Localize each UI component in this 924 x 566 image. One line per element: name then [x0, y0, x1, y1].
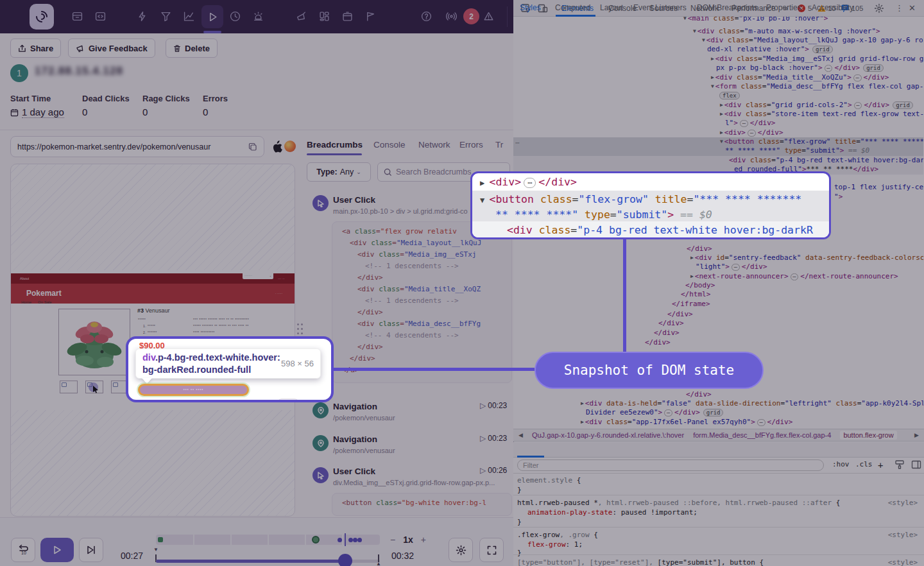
code-line: ▼ <button class="flex-grow" title="*** *… — [472, 193, 829, 209]
page-small-button — [277, 399, 299, 402]
dim-overlay — [0, 0, 924, 566]
annotation-connector-vertical — [623, 238, 626, 353]
tooltip-arrow — [142, 378, 152, 384]
screen: 2 Share Give Feedback Delete 1 172.88.15… — [0, 0, 924, 566]
dom-snapshot-magnifier: ▶ <div>⋯</div>▼ <button class="flex-grow… — [470, 171, 831, 239]
code-line: ▶ <div>⋯</div> — [472, 176, 829, 191]
inspect-tooltip: div.p-4.bg-red.text-white.hover:bg-darkR… — [135, 348, 321, 379]
annotation-connector-horizontal — [334, 368, 535, 371]
annotation-label: Snapshot of DOM state — [564, 363, 735, 378]
code-line: <div class="p-4 bg-red text-white hover:… — [472, 224, 829, 239]
highlighted-button[interactable]: *** ** **** — [138, 384, 249, 396]
annotation-pill: Snapshot of DOM state — [535, 352, 764, 389]
tooltip-selector-classes: .p-4.bg-red.text-white.hover:bg-darkRed.… — [142, 352, 280, 374]
tooltip-dimensions: 598 × 56 — [281, 359, 314, 368]
magnified-code: ▶ <div>⋯</div>▼ <button class="flex-grow… — [472, 173, 829, 237]
replay-spotlight-callout: $90.00 In Stock div.p-4.bg-red.text-whit… — [126, 336, 334, 402]
code-line: ** **** ****" type="submit"> == $0 — [472, 209, 829, 224]
tooltip-selector-tag: div — [142, 352, 155, 363]
